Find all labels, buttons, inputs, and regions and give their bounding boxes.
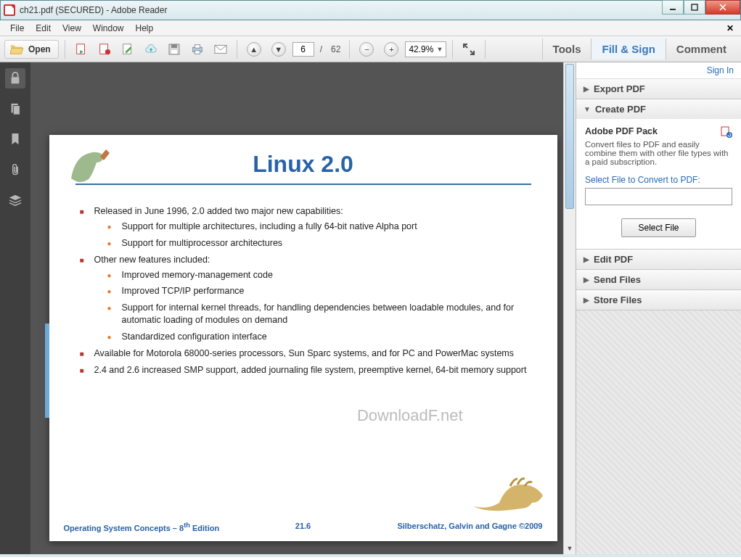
create-pdf-from-acrobat-button[interactable] [71,40,91,59]
edit-pdf-header[interactable]: ▶Edit PDF [576,250,741,269]
pencil-icon [121,43,134,56]
toolbar-separator [349,40,350,59]
page-number-input[interactable] [292,42,314,57]
minus-icon: − [359,42,374,57]
send-files-section: ▶Send Files [576,270,741,290]
edit-pdf-button[interactable] [118,40,138,59]
slide-bullet-list: Released in June 1996, 2.0 added two maj… [68,205,539,376]
layers-pane-button[interactable] [5,190,25,210]
page-total: 62 [328,44,343,54]
tools-tab[interactable]: Tools [542,38,591,59]
maximize-button[interactable] [684,0,705,15]
layers-icon [9,194,22,207]
vertical-scrollbar[interactable]: ▲ ▼ [563,62,576,554]
bullet-item: Other new features included:Improved mem… [80,254,539,343]
toolbar-separator [65,40,65,59]
zoom-select[interactable]: 42.9% ▼ [405,41,446,57]
svg-rect-7 [171,44,177,48]
create-pdf-body: Adobe PDF Pack Convert files to PDF and … [576,119,741,249]
zoom-value: 42.9% [409,44,433,54]
arrow-up-icon: ▲ [247,42,261,57]
comment-tab[interactable]: Comment [666,38,737,59]
floppy-icon [168,43,181,56]
send-files-label: Send Files [594,274,641,285]
cloud-button[interactable] [141,40,161,59]
chevron-down-icon: ▼ [436,46,443,53]
sub-bullet-item: Support for internal kernel threads, for… [107,302,539,326]
menu-file[interactable]: File [4,22,30,35]
document-viewport[interactable]: Linux 2.0 Released in June 1996, 2.0 add… [30,62,576,554]
thumbnails-pane-button[interactable] [5,99,25,119]
zoom-out-button[interactable]: − [356,40,377,59]
menu-edit[interactable]: Edit [30,22,57,35]
svg-rect-11 [195,50,200,54]
panel-filler [576,310,741,554]
slide-footer: Operating System Concepts – 8th Edition … [64,522,543,532]
triangle-right-icon: ▶ [584,85,589,93]
triangle-down-icon: ▼ [584,105,591,113]
select-file-button[interactable]: Select File [621,218,695,237]
print-button[interactable] [187,40,208,59]
sub-bullet-item: Support for multiprocessor architectures [107,237,539,250]
page-separator: / [317,44,325,54]
convert-to-pdf-button[interactable] [94,40,115,59]
window-title: ch21.pdf (SECURED) - Adobe Reader [20,5,167,15]
sign-in-link[interactable]: Sign In [707,65,734,75]
footer-left: Operating System Concepts – 8th Edition [64,522,220,532]
sub-bullet-item: Standardized configuration interface [107,331,539,343]
toolbar: Open ▲ ▼ / 62 − + 42.9% ▼ Tools Fill & S… [0,36,741,62]
minimize-button[interactable] [662,0,684,15]
page-handle [45,324,49,418]
fill-sign-tab[interactable]: Fill & Sign [591,38,665,59]
store-files-header[interactable]: ▶Store Files [576,290,741,310]
attachments-pane-button[interactable] [5,160,25,180]
send-files-header[interactable]: ▶Send Files [576,270,741,289]
export-pdf-section: ▶Export PDF [576,79,741,99]
menu-help[interactable]: Help [130,22,160,35]
document-close-icon[interactable]: ✕ [724,23,737,33]
sub-bullet-item: Improved TCP/IP performance [107,285,539,297]
footer-center: 21.6 [295,522,311,530]
read-mode-button[interactable] [459,40,479,59]
svg-rect-8 [171,50,177,54]
watermark-text: DownloadF.net [357,406,463,425]
dinosaur-graphic-bottom [470,470,550,514]
triangle-right-icon: ▶ [584,255,589,263]
printer-icon [191,43,204,56]
create-pdf-header[interactable]: ▼Create PDF [576,99,741,119]
pdf-pack-description: Convert files to PDF and easily combine … [585,140,732,166]
expand-icon [462,43,475,56]
adobe-reader-icon [4,4,15,16]
create-pdf-label: Create PDF [595,104,646,115]
save-button[interactable] [164,40,184,59]
menu-view[interactable]: View [57,22,87,35]
page-up-button[interactable]: ▲ [243,40,265,59]
svg-rect-13 [12,77,20,83]
svg-rect-15 [13,106,20,115]
export-pdf-header[interactable]: ▶Export PDF [576,79,741,99]
scroll-down-icon[interactable]: ▼ [564,542,576,554]
envelope-icon [214,43,227,56]
pdf-convert-icon [98,43,111,56]
file-path-input[interactable] [585,188,732,205]
open-button[interactable]: Open [4,40,59,59]
svg-point-17 [726,132,732,138]
edit-pdf-label: Edit PDF [594,254,633,265]
zoom-in-button[interactable]: + [380,40,402,59]
folder-open-icon [9,44,24,55]
navigation-rail [0,62,30,554]
scrollbar-thumb[interactable] [565,64,574,209]
edit-pdf-section: ▶Edit PDF [576,250,741,270]
sub-bullet-item: Support for multiple architectures, incl… [107,221,539,233]
email-button[interactable] [210,40,231,59]
security-pane-button[interactable] [5,68,25,88]
svg-rect-10 [195,44,200,47]
page-down-button[interactable]: ▼ [268,40,290,59]
paperclip-icon [9,163,22,176]
menu-window[interactable]: Window [87,22,130,35]
close-button[interactable] [705,0,740,15]
toolbar-separator [452,40,453,59]
bookmarks-pane-button[interactable] [5,129,25,149]
pdf-page: Linux 2.0 Released in June 1996, 2.0 add… [49,135,557,541]
bullet-item: Released in June 1996, 2.0 added two maj… [80,205,539,250]
